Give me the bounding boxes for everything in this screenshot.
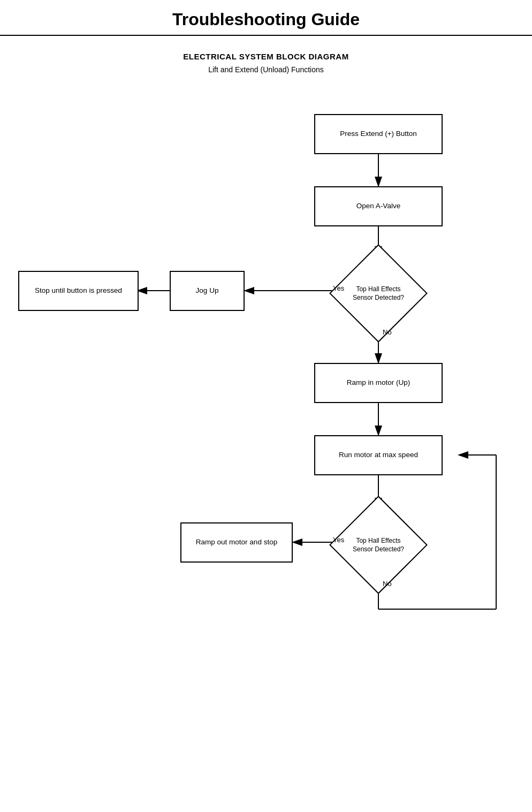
no-label-2: No xyxy=(383,580,392,588)
yes-label-2: Yes xyxy=(333,536,344,544)
run-motor-box: Run motor at max speed xyxy=(314,435,443,475)
hall-sensor-1-diamond: Top Hall EffectsSensor Detected? xyxy=(341,256,416,331)
yes-label-1: Yes xyxy=(333,284,344,292)
hall-sensor-2-diamond: Top Hall EffectsSensor Detected? xyxy=(341,507,416,582)
flowchart: Press Extend (+) Button Open A-Valve Top… xyxy=(14,90,518,812)
diagram-subtitle: Lift and Extend (Unload) Functions xyxy=(11,65,521,74)
diagram-title: ELECTRICAL SYSTEM BLOCK DIAGRAM xyxy=(11,52,521,61)
open-valve-box: Open A-Valve xyxy=(314,186,443,226)
ramp-out-box: Ramp out motor and stop xyxy=(180,522,293,563)
jog-up-box: Jog Up xyxy=(170,271,245,311)
main-content: ELECTRICAL SYSTEM BLOCK DIAGRAM Lift and… xyxy=(0,36,532,812)
no-label-1: No xyxy=(383,328,392,336)
stop-button-box: Stop until button is pressed xyxy=(18,271,139,311)
page-title: Troubleshooting Guide xyxy=(0,0,532,36)
ramp-in-box: Ramp in motor (Up) xyxy=(314,363,443,403)
press-extend-box: Press Extend (+) Button xyxy=(314,114,443,154)
